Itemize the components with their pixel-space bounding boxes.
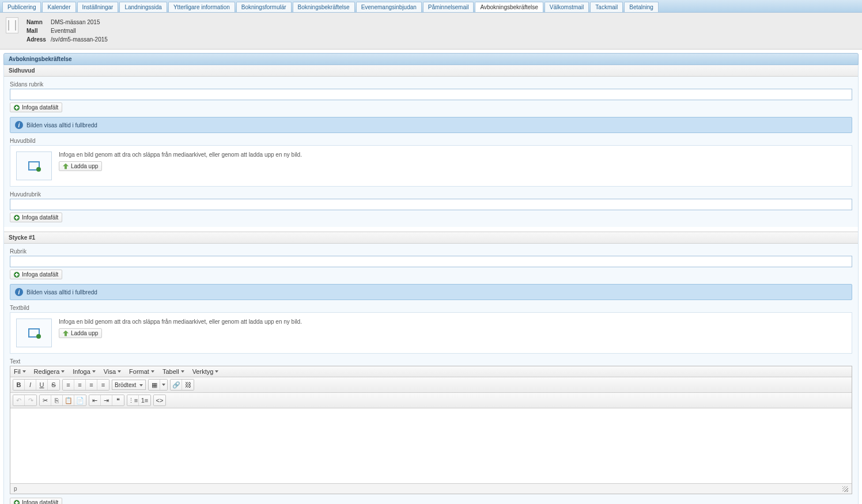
italic-button[interactable]: I — [25, 380, 36, 390]
align-left-button[interactable]: ≡ — [63, 380, 74, 390]
table-dropdown[interactable] — [160, 380, 167, 390]
stycke-rubrik-input[interactable] — [10, 256, 852, 267]
menu-verktyg[interactable]: Verktyg — [192, 368, 219, 375]
info-name-label: Namn — [27, 18, 50, 26]
group-header-stycke: Stycke #1 — [4, 232, 858, 244]
menu-redigera[interactable]: Redigera — [34, 368, 65, 375]
unlink-button[interactable]: ⛓ — [182, 380, 194, 390]
caret-icon — [215, 370, 218, 373]
caret-icon — [61, 370, 65, 373]
bullet-list-button[interactable]: ⋮≡ — [127, 395, 139, 406]
copy-button[interactable]: ⎘ — [51, 395, 63, 406]
section-body: Sidhuvud Sidans rubrik Infoga datafält i… — [3, 65, 859, 504]
strikethrough-button[interactable]: S — [48, 380, 59, 390]
blockquote-button[interactable]: ❝ — [112, 395, 124, 406]
infoga-datafalt-button[interactable]: Infoga datafält — [10, 103, 62, 112]
info-mall-value: Eventmall — [51, 27, 111, 35]
group-body-sidhuvud: Sidans rubrik Infoga datafält i Bilden v… — [4, 77, 858, 227]
image-icon — [28, 161, 40, 170]
editor-content[interactable] — [10, 408, 852, 483]
info-bar-text: Bilden visas alltid i fullbredd — [27, 122, 97, 128]
infoga-datafalt-label: Infoga datafält — [22, 104, 58, 111]
paste-button[interactable]: 📋 — [63, 395, 74, 406]
info-bar-stycke: i Bilden visas alltid i fullbredd — [10, 284, 852, 300]
caret-icon — [162, 384, 165, 386]
editor-path: p — [14, 486, 17, 492]
info-adress-value: /sv/dm5-massan-2015 — [51, 36, 111, 43]
info-name-value: DMS-mässan 2015 — [51, 18, 111, 26]
paste-text-button[interactable]: 📄 — [74, 395, 86, 406]
plus-icon — [14, 500, 20, 505]
huvudrubrik-label: Huvudrubrik — [10, 191, 852, 198]
sidans-rubrik-input[interactable] — [10, 89, 852, 100]
tab-installningar[interactable]: Inställningar — [77, 2, 119, 12]
textbild-dropzone[interactable] — [16, 319, 52, 347]
format-select[interactable]: Brödtext — [112, 380, 146, 390]
caret-icon — [181, 370, 184, 373]
underline-button[interactable]: U — [36, 380, 48, 390]
group-body-stycke: Rubrik Infoga datafält i Bilden visas al… — [4, 244, 858, 504]
indent-button[interactable]: ⇥ — [101, 395, 112, 406]
huvudrubrik-input[interactable] — [10, 199, 852, 210]
tab-paminnelsemail[interactable]: Påminnelsemail — [423, 2, 474, 12]
menu-format[interactable]: Format — [129, 368, 154, 375]
cut-button[interactable]: ✂ — [40, 395, 51, 406]
tab-ytterligare-info[interactable]: Ytterligare information — [168, 2, 235, 12]
image-icon — [28, 328, 40, 338]
tab-avbokningsbekraftelse[interactable]: Avbokningsbekräftelse — [475, 2, 543, 12]
stycke-rubrik-label: Rubrik — [10, 248, 852, 255]
plus-icon — [14, 105, 20, 111]
tab-publicering[interactable]: Publicering — [2, 2, 41, 12]
tab-bokningsformular[interactable]: Bokningsformulär — [236, 2, 292, 12]
info-bar-sidhuvud: i Bilden visas alltid i fullbredd — [10, 117, 852, 133]
caret-icon — [118, 370, 121, 373]
number-list-button[interactable]: 1≡ — [139, 395, 150, 406]
tab-evenemangsinbjudan[interactable]: Evenemangsinbjudan — [356, 2, 422, 12]
infoga-datafalt-button-2[interactable]: Infoga datafält — [10, 213, 62, 222]
textbild-upload-button[interactable]: Ladda upp — [59, 328, 102, 338]
huvudbild-dropzone[interactable] — [16, 151, 52, 180]
align-center-button[interactable]: ≡ — [74, 380, 86, 390]
info-mall-label: Mall — [27, 27, 50, 35]
source-code-button[interactable]: <> — [154, 395, 165, 406]
link-button[interactable]: 🔗 — [171, 380, 182, 390]
tab-tackmail[interactable]: Tackmail — [590, 2, 623, 12]
info-table: NamnDMS-mässan 2015 MallEventmall Adress… — [25, 17, 112, 44]
align-justify-button[interactable]: ≡ — [97, 380, 109, 390]
section-title: Avbokningsbekräftelse — [3, 53, 859, 65]
tab-bar: Publicering Kalender Inställningar Landn… — [0, 0, 862, 13]
bold-button[interactable]: B — [13, 380, 25, 390]
info-icon: i — [15, 288, 23, 296]
huvudbild-upload-button[interactable]: Ladda upp — [59, 161, 102, 171]
table-button[interactable]: ▦ — [149, 380, 160, 390]
menu-tabell[interactable]: Tabell — [162, 368, 184, 375]
info-bar-text: Bilden visas alltid i fullbredd — [27, 289, 97, 295]
tab-valkomstmail[interactable]: Välkomstmail — [545, 2, 589, 12]
tab-betalning[interactable]: Betalning — [624, 2, 659, 12]
upload-icon — [63, 331, 69, 336]
tab-landningssida[interactable]: Landningssida — [119, 2, 167, 12]
menu-visa[interactable]: Visa — [104, 368, 121, 375]
huvudbild-help: Infoga en bild genom att dra och släppa … — [59, 151, 302, 158]
undo-button[interactable]: ↶ — [13, 395, 25, 406]
caret-icon — [139, 384, 143, 386]
caret-icon — [151, 370, 154, 373]
redo-button[interactable]: ↷ — [25, 395, 36, 406]
menu-infoga[interactable]: Infoga — [73, 368, 96, 375]
infoga-datafalt-button-3[interactable]: Infoga datafält — [10, 270, 62, 279]
rich-text-editor: Fil Redigera Infoga Visa Format Tabell V… — [10, 366, 852, 494]
sidans-rubrik-label: Sidans rubrik — [10, 81, 852, 88]
align-right-button[interactable]: ≡ — [86, 380, 97, 390]
menu-fil[interactable]: Fil — [14, 368, 26, 375]
infoga-datafalt-button-4[interactable]: Infoga datafält — [10, 498, 62, 504]
tab-bokningsbekraftelse[interactable]: Bokningsbekräftelse — [293, 2, 355, 12]
resize-handle[interactable] — [842, 486, 848, 492]
infoga-datafalt-label: Infoga datafält — [22, 214, 58, 221]
page-icon — [6, 17, 18, 33]
upload-label: Ladda upp — [71, 163, 98, 169]
textbild-box: Infoga en bild genom att dra och släppa … — [10, 312, 852, 354]
tab-kalender[interactable]: Kalender — [42, 2, 75, 12]
infoga-datafalt-label: Infoga datafält — [22, 271, 58, 278]
outdent-button[interactable]: ⇤ — [89, 395, 101, 406]
plus-icon — [14, 272, 20, 278]
